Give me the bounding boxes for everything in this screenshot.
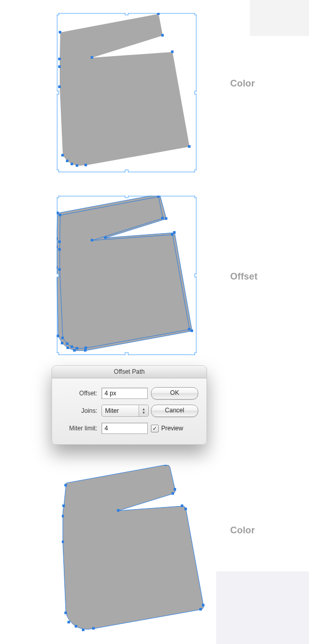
- svg-rect-22: [58, 58, 61, 60]
- svg-rect-5: [195, 91, 197, 94]
- svg-rect-67: [202, 604, 204, 606]
- svg-rect-74: [62, 541, 64, 543]
- svg-rect-13: [171, 50, 174, 53]
- joins-select[interactable]: Miter ▲▼: [101, 405, 149, 417]
- svg-rect-24: [57, 196, 59, 198]
- svg-rect-66: [184, 508, 187, 510]
- svg-rect-27: [57, 274, 59, 277]
- dialog-title: Offset Path: [52, 366, 207, 378]
- svg-rect-21: [58, 65, 61, 68]
- svg-rect-68: [199, 608, 202, 611]
- svg-rect-54: [66, 346, 69, 349]
- svg-rect-26: [195, 196, 197, 198]
- svg-rect-7: [125, 170, 128, 172]
- svg-rect-72: [67, 621, 70, 623]
- figure-color-1: [57, 13, 197, 174]
- preview-checkbox[interactable]: ✓: [151, 425, 159, 432]
- svg-rect-35: [91, 239, 93, 241]
- svg-rect-70: [82, 629, 84, 631]
- svg-rect-16: [76, 164, 78, 167]
- svg-rect-8: [195, 170, 197, 172]
- joins-select-value: Miter: [105, 407, 119, 414]
- svg-rect-49: [104, 236, 107, 239]
- svg-rect-17: [71, 163, 73, 165]
- svg-rect-6: [57, 170, 59, 172]
- svg-rect-39: [76, 347, 78, 350]
- svg-rect-4: [57, 91, 59, 94]
- miter-limit-label: Miter limit:: [59, 425, 98, 432]
- offset-path-dialog: Offset Path Offset: OK Joins: Miter ▲▼ C…: [52, 365, 207, 445]
- svg-rect-1: [57, 13, 59, 15]
- preview-label: Preview: [161, 425, 183, 432]
- svg-rect-57: [57, 266, 58, 269]
- svg-rect-29: [57, 353, 59, 355]
- offset-input[interactable]: [101, 388, 148, 399]
- figure-label-3: Color: [230, 525, 255, 536]
- svg-rect-34: [161, 217, 164, 219]
- svg-rect-75: [62, 515, 64, 517]
- svg-rect-37: [188, 328, 191, 330]
- svg-rect-71: [75, 625, 77, 628]
- tutorial-page: Color Offset Color: [0, 0, 309, 644]
- svg-rect-64: [117, 509, 119, 512]
- svg-rect-55: [61, 342, 63, 344]
- svg-rect-2: [125, 13, 128, 15]
- svg-rect-48: [165, 217, 167, 220]
- svg-rect-46: [57, 212, 59, 214]
- svg-rect-11: [161, 34, 164, 37]
- svg-rect-25: [125, 196, 128, 198]
- decor-top: [250, 0, 309, 36]
- svg-rect-31: [195, 353, 197, 355]
- svg-rect-51: [191, 329, 193, 332]
- svg-rect-3: [195, 13, 197, 15]
- svg-rect-10: [157, 13, 160, 15]
- svg-rect-59: [57, 237, 58, 240]
- svg-rect-61: [164, 465, 167, 466]
- svg-rect-30: [125, 353, 128, 355]
- svg-rect-20: [58, 85, 61, 88]
- svg-rect-52: [84, 349, 87, 352]
- svg-rect-15: [84, 164, 87, 166]
- decor-bottom: [216, 571, 309, 644]
- svg-rect-58: [57, 246, 58, 248]
- figure-offset: [57, 196, 197, 357]
- svg-rect-9: [59, 31, 61, 33]
- svg-rect-38: [84, 346, 87, 349]
- svg-rect-42: [61, 337, 64, 339]
- svg-rect-40: [71, 345, 73, 348]
- svg-rect-28: [195, 274, 197, 277]
- svg-rect-12: [91, 56, 93, 59]
- miter-limit-input[interactable]: [101, 423, 148, 434]
- svg-rect-62: [174, 488, 176, 491]
- figure-label-2: Offset: [230, 271, 258, 282]
- svg-rect-56: [57, 335, 59, 337]
- svg-rect-19: [61, 154, 64, 156]
- svg-rect-18: [66, 160, 68, 162]
- svg-rect-14: [188, 145, 191, 148]
- svg-rect-32: [59, 214, 61, 216]
- svg-rect-60: [64, 484, 67, 486]
- svg-rect-33: [157, 196, 160, 198]
- svg-rect-73: [64, 612, 67, 614]
- figure-label-1: Color: [230, 78, 255, 89]
- svg-rect-43: [58, 268, 61, 271]
- svg-rect-41: [66, 342, 68, 345]
- ok-button[interactable]: OK: [151, 387, 198, 399]
- figure-color-2: [62, 465, 202, 636]
- svg-rect-53: [73, 349, 76, 352]
- stepper-arrows-icon: ▲▼: [139, 405, 148, 416]
- svg-rect-50: [173, 231, 176, 234]
- offset-label: Offset:: [59, 390, 98, 397]
- svg-rect-44: [58, 248, 61, 251]
- svg-rect-65: [181, 504, 183, 507]
- joins-label: Joins:: [59, 407, 98, 414]
- svg-rect-69: [92, 627, 95, 630]
- svg-rect-63: [171, 492, 174, 495]
- svg-rect-76: [62, 504, 65, 507]
- svg-rect-45: [58, 240, 61, 243]
- cancel-button[interactable]: Cancel: [151, 405, 198, 417]
